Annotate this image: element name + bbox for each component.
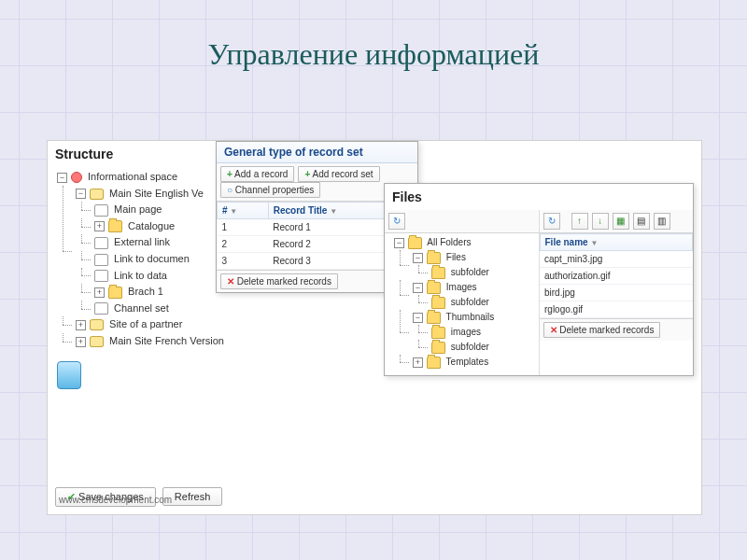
records-title: General type of record set <box>217 142 417 163</box>
page-icon <box>94 237 108 249</box>
expand-toggle[interactable]: − <box>413 283 423 293</box>
folder-icon <box>108 287 122 299</box>
tree-label: Channel set <box>114 302 169 314</box>
tree-item[interactable]: − Thumbnails images subfolder <box>411 310 531 355</box>
page-icon <box>94 204 108 217</box>
tree-label: subfolder <box>451 342 489 352</box>
expand-toggle[interactable]: − <box>76 189 86 199</box>
expand-toggle[interactable]: − <box>413 253 423 263</box>
expand-toggle[interactable]: + <box>76 337 86 347</box>
tree-label: subfolder <box>451 267 489 277</box>
folder-icon <box>408 237 422 249</box>
tree-item[interactable]: subfolder <box>430 340 531 355</box>
tree-item[interactable]: − Files subfolder <box>411 250 531 280</box>
folder-icon <box>427 312 441 324</box>
tree-label: Site of a partner <box>109 318 182 329</box>
tree-label: Catalogue <box>128 220 175 231</box>
files-tree[interactable]: − All Folders− Files subfolder− Images s… <box>385 233 539 375</box>
folder-icon <box>427 252 441 264</box>
tree-label: Main Site French Version <box>109 335 224 346</box>
tree-label: subfolder <box>451 297 489 307</box>
tree-label: Informational space <box>88 171 177 182</box>
expand-toggle[interactable]: − <box>413 313 423 323</box>
refresh-folders-button[interactable]: ↻ <box>388 213 405 230</box>
db-icon <box>90 319 104 330</box>
x-icon: ✕ <box>550 325 557 335</box>
view-detail-button[interactable]: ▥ <box>654 213 670 230</box>
tree-label: Main page <box>114 203 162 215</box>
upload-button[interactable]: ↑ <box>571 213 588 230</box>
table-row[interactable]: bird.jpg <box>540 285 693 301</box>
sort-icon: ▼ <box>590 239 598 247</box>
add-record-set-button[interactable]: + Add record set <box>298 166 379 182</box>
delete-files-button[interactable]: ✕ Delete marked records <box>543 322 661 338</box>
x-icon: ✕ <box>227 276 234 287</box>
tree-label: External link <box>114 236 170 247</box>
files-table: File name ▼ capt_min3.jpgauthorization.g… <box>540 233 694 318</box>
sort-icon: ▼ <box>230 207 237 216</box>
tree-item[interactable]: − Images subfolder <box>411 280 531 310</box>
view-list-button[interactable]: ▤ <box>633 213 650 230</box>
folder-icon <box>431 267 445 279</box>
tree-label: All Folders <box>427 237 471 247</box>
footer-url: www.cmsdevelopment.com <box>59 495 172 505</box>
tree-label: Templates <box>446 357 489 367</box>
expand-toggle[interactable]: + <box>94 221 105 231</box>
plus-icon: + <box>227 169 233 179</box>
tree-label: Thumbnails <box>446 312 495 322</box>
folder-icon <box>427 357 441 369</box>
add-record-button[interactable]: + Add a record <box>220 166 294 182</box>
tree-label: Main Site English Ve <box>109 188 204 199</box>
expand-toggle[interactable]: + <box>94 287 105 298</box>
refresh-files-button[interactable]: ↻ <box>543 213 560 230</box>
trash-icon[interactable] <box>57 361 81 389</box>
tree-label: images <box>451 327 481 337</box>
net-icon <box>71 172 82 183</box>
tree-item[interactable]: images <box>430 325 531 340</box>
delete-records-button[interactable]: ✕ Delete marked records <box>220 273 338 289</box>
tree-item[interactable]: subfolder <box>430 295 531 310</box>
slide-title: Управление информацией <box>0 37 747 72</box>
sort-icon: ▼ <box>330 207 337 216</box>
view-thumb-button[interactable]: ▦ <box>613 213 629 230</box>
download-button[interactable]: ↓ <box>592 213 609 230</box>
tree-label: Files <box>446 252 466 262</box>
folder-icon <box>108 220 122 232</box>
db-icon <box>90 336 104 347</box>
tree-label: Link to documen <box>114 253 190 264</box>
expand-toggle[interactable]: + <box>76 320 86 330</box>
col-number[interactable]: # ▼ <box>218 203 269 219</box>
table-row[interactable]: rglogo.gif <box>540 301 693 318</box>
tree-item[interactable]: subfolder <box>430 265 531 280</box>
tree-label: Link to data <box>114 270 167 281</box>
table-row[interactable]: authorization.gif <box>540 268 693 285</box>
bullet-icon: ○ <box>227 185 233 195</box>
folder-icon <box>431 342 445 354</box>
tree-item[interactable]: − All Folders− Files subfolder− Images s… <box>392 235 531 370</box>
page-icon <box>94 302 108 315</box>
channel-properties-button[interactable]: ○ Channel properties <box>220 182 320 198</box>
col-filename[interactable]: File name ▼ <box>540 234 693 251</box>
folder-icon <box>431 297 445 309</box>
db-icon <box>90 189 104 200</box>
table-row[interactable]: capt_min3.jpg <box>540 251 693 268</box>
tree-item[interactable]: + Templates <box>411 355 531 370</box>
tree-label: Brach 1 <box>128 286 163 297</box>
plus-icon: + <box>304 169 310 179</box>
main-panel: Structure − Informational space− Main Si… <box>47 140 702 515</box>
expand-toggle[interactable]: + <box>413 357 423 368</box>
folder-icon <box>427 282 441 294</box>
expand-toggle[interactable]: − <box>394 238 404 248</box>
files-panel: Files ↻ − All Folders− Files subfolder− … <box>384 183 694 376</box>
page-icon <box>94 254 108 266</box>
expand-toggle[interactable]: − <box>57 173 67 183</box>
tree-label: Images <box>446 282 477 292</box>
files-heading: Files <box>385 184 693 210</box>
folder-icon <box>431 327 445 339</box>
page-icon <box>94 270 108 282</box>
